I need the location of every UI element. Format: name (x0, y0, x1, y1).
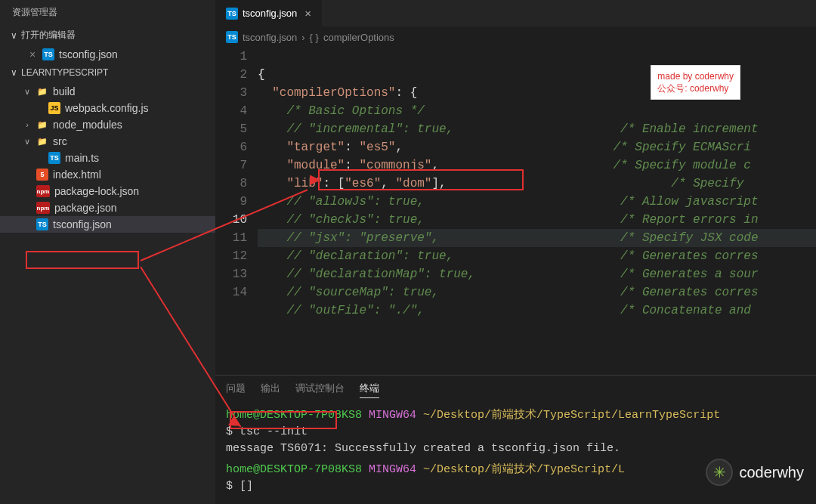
ts-icon: TS (48, 152, 60, 164)
file-tsconfig[interactable]: TStsconfig.json (0, 216, 215, 233)
panel-tabs: 问题 输出 调试控制台 终端 (215, 376, 816, 403)
tab-debug-console[interactable]: 调试控制台 (295, 382, 345, 398)
file-tree: ∨📁build JSwebpack.config.js ›📁node_modul… (0, 82, 215, 234)
open-editors-header[interactable]: ∨打开的编辑器 (0, 25, 215, 45)
folder-src[interactable]: ∨📁src (0, 133, 215, 150)
folder-build[interactable]: ∨📁build (0, 83, 215, 100)
chevron-down-icon: ∨ (11, 30, 18, 41)
breadcrumb[interactable]: TS tsconfig.json› { } compilerOptions (215, 26, 816, 48)
tab-bar: TStsconfig.json× (215, 0, 816, 26)
open-editor-item[interactable]: × TS tsconfig.json (0, 45, 215, 63)
folder-icon: 📁 (36, 119, 48, 131)
file-webpack[interactable]: JSwebpack.config.js (0, 100, 215, 116)
tab-problems[interactable]: 问题 (226, 382, 246, 398)
json-icon: npm (36, 185, 50, 197)
folder-icon: 📁 (36, 135, 48, 147)
author-note: made by coderwhy公众号: coderwhy (651, 65, 740, 100)
folder-icon: 📁 (36, 85, 48, 97)
tab-terminal[interactable]: 终端 (360, 382, 379, 398)
tab-tsconfig[interactable]: TStsconfig.json× (215, 0, 322, 26)
chevron-down-icon: ∨ (23, 87, 32, 97)
terminal[interactable]: home@DESKTOP-7P08KS8 MINGW64 ~/Desktop/前… (215, 403, 816, 504)
explorer-title: 资源管理器 (0, 0, 215, 25)
ts-icon: TS (36, 218, 48, 230)
js-icon: JS (48, 102, 60, 114)
project-header[interactable]: ∨LEARNTYPESCRIPT (0, 63, 215, 82)
ts-icon: TS (42, 48, 54, 60)
chevron-down-icon: ∨ (11, 67, 18, 78)
chevron-down-icon: ∨ (23, 137, 32, 147)
wechat-icon: ✳ (706, 459, 733, 486)
line-gutter: 1234567891011121314 (215, 48, 258, 375)
ts-icon: TS (226, 31, 238, 43)
html-icon: 5 (36, 169, 48, 181)
file-index-html[interactable]: 5index.html (0, 166, 215, 183)
file-package[interactable]: npmpackage.json (0, 199, 215, 216)
json-icon: npm (36, 202, 50, 214)
ts-icon: TS (226, 8, 238, 20)
file-main-ts[interactable]: TSmain.ts (0, 150, 215, 166)
sidebar: 资源管理器 ∨打开的编辑器 × TS tsconfig.json ∨LEARNT… (0, 0, 215, 504)
folder-node-modules[interactable]: ›📁node_modules (0, 116, 215, 133)
tab-output[interactable]: 输出 (261, 382, 280, 398)
chevron-right-icon: › (23, 120, 32, 129)
close-icon[interactable]: × (27, 48, 38, 60)
brace-icon: { } (310, 32, 319, 43)
watermark: ✳ coderwhy (706, 459, 804, 486)
file-package-lock[interactable]: npmpackage-lock.json (0, 183, 215, 199)
close-icon[interactable]: × (304, 7, 311, 20)
